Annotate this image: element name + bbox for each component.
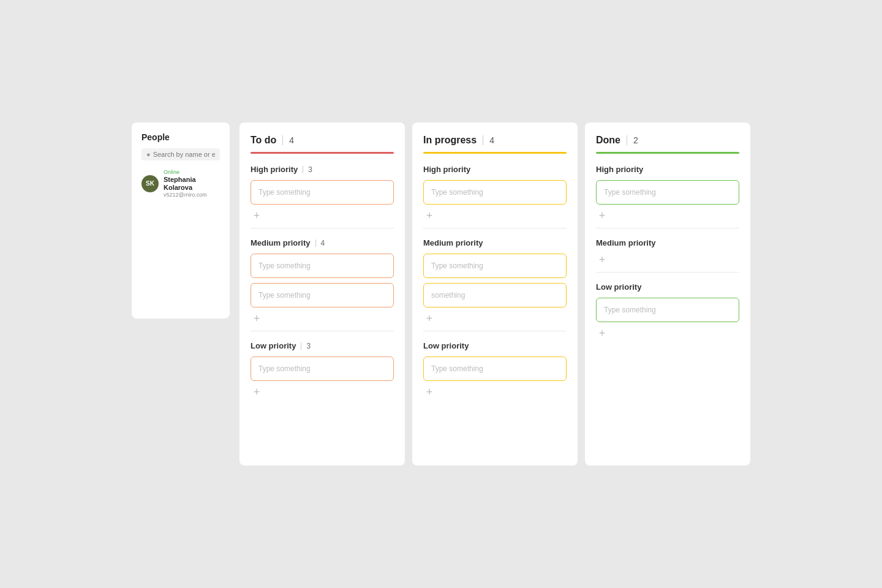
card-done-2-0[interactable]: Type something xyxy=(596,298,739,322)
section-separator-todo-1 xyxy=(251,331,394,331)
user-item: SK Online Stephania Kolarova v5212@miro.… xyxy=(141,169,220,198)
workspace: People ● SK Online Stephania Kolarova v5… xyxy=(117,108,765,480)
column-title-done: Done xyxy=(596,135,620,146)
kanban-board: To do4High priority3Type something+Mediu… xyxy=(239,123,750,466)
avatar: SK xyxy=(141,175,159,192)
sidebar-title: People xyxy=(141,132,220,142)
people-sidebar: People ● SK Online Stephania Kolarova v5… xyxy=(132,123,230,318)
add-card-btn-inprogress-0[interactable]: + xyxy=(423,209,435,222)
add-card-btn-inprogress-2[interactable]: + xyxy=(423,386,435,398)
priority-count-todo-1: 4 xyxy=(321,239,325,247)
section-inprogress-2: Low priorityType something+ xyxy=(423,341,567,398)
priority-title-done-0: High priority xyxy=(596,165,643,174)
column-count-inprogress: 4 xyxy=(489,135,494,145)
avatar-initials: SK xyxy=(146,180,154,187)
priority-title-todo-0: High priority xyxy=(251,165,298,174)
section-todo-0: High priority3Type something+ xyxy=(251,165,394,228)
priority-divider-todo-2 xyxy=(301,342,301,350)
priority-count-todo-2: 3 xyxy=(306,342,311,350)
section-inprogress-1: Medium priorityType somethingsomething+ xyxy=(423,238,567,331)
priority-header-inprogress-1: Medium priority xyxy=(423,238,567,247)
priority-header-done-1: Medium priority xyxy=(596,238,739,247)
section-separator-todo-0 xyxy=(251,228,394,228)
priority-divider-todo-1 xyxy=(315,239,316,247)
add-card-btn-done-2[interactable]: + xyxy=(596,327,608,339)
column-done: Done2High priorityType something+Medium … xyxy=(585,123,750,466)
column-header-inprogress: In progress4 xyxy=(423,135,567,146)
priority-header-inprogress-2: Low priority xyxy=(423,341,567,350)
column-header-divider-inprogress xyxy=(483,135,483,145)
priority-header-inprogress-0: High priority xyxy=(423,165,567,174)
column-header-todo: To do4 xyxy=(251,135,394,146)
add-card-btn-todo-0[interactable]: + xyxy=(251,209,263,222)
card-todo-1-1[interactable]: Type something xyxy=(251,283,394,307)
user-info: Online Stephania Kolarova v5212@miro.com xyxy=(164,169,220,198)
section-separator-done-1 xyxy=(596,272,739,273)
priority-header-todo-2: Low priority3 xyxy=(251,341,394,350)
section-done-0: High priorityType something+ xyxy=(596,165,739,228)
priority-title-todo-1: Medium priority xyxy=(251,238,311,247)
add-card-btn-todo-2[interactable]: + xyxy=(251,386,263,398)
priority-header-done-2: Low priority xyxy=(596,282,739,292)
column-header-done: Done2 xyxy=(596,135,739,146)
column-count-done: 2 xyxy=(633,135,638,145)
column-line-todo xyxy=(251,152,394,154)
column-title-todo: To do xyxy=(251,135,276,146)
search-icon: ● xyxy=(146,151,151,158)
card-todo-0-0[interactable]: Type something xyxy=(251,180,394,205)
priority-title-done-2: Low priority xyxy=(596,282,641,292)
column-title-inprogress: In progress xyxy=(423,135,477,146)
section-todo-2: Low priority3Type something+ xyxy=(251,341,394,398)
card-inprogress-2-0[interactable]: Type something xyxy=(423,356,567,381)
column-count-todo: 4 xyxy=(289,135,294,145)
priority-title-inprogress-0: High priority xyxy=(423,165,470,174)
section-separator-inprogress-1 xyxy=(423,331,567,331)
add-card-btn-todo-1[interactable]: + xyxy=(251,312,263,325)
priority-header-todo-1: Medium priority4 xyxy=(251,238,394,247)
column-todo: To do4High priority3Type something+Mediu… xyxy=(239,123,405,466)
section-inprogress-0: High priorityType something+ xyxy=(423,165,567,228)
card-todo-2-0[interactable]: Type something xyxy=(251,356,394,381)
column-header-divider-todo xyxy=(282,135,283,145)
card-inprogress-0-0[interactable]: Type something xyxy=(423,180,567,205)
priority-title-inprogress-2: Low priority xyxy=(423,341,469,350)
priority-header-done-0: High priority xyxy=(596,165,739,174)
add-card-btn-done-1[interactable]: + xyxy=(596,254,608,266)
priority-title-todo-2: Low priority xyxy=(251,341,296,350)
column-inprogress: In progress4High priorityType something+… xyxy=(412,123,578,466)
card-inprogress-1-1[interactable]: something xyxy=(423,283,567,307)
section-separator-done-0 xyxy=(596,228,739,228)
search-input[interactable] xyxy=(153,151,215,158)
section-done-1: Medium priority+ xyxy=(596,238,739,273)
column-line-inprogress xyxy=(423,152,567,154)
priority-count-todo-0: 3 xyxy=(308,165,312,174)
card-todo-1-0[interactable]: Type something xyxy=(251,254,394,278)
user-name: Stephania Kolarova xyxy=(164,176,220,192)
column-line-done xyxy=(596,152,739,154)
online-status: Online xyxy=(164,169,220,175)
add-card-btn-inprogress-1[interactable]: + xyxy=(423,312,435,325)
search-box[interactable]: ● xyxy=(141,148,220,160)
section-separator-inprogress-0 xyxy=(423,228,567,228)
add-card-btn-done-0[interactable]: + xyxy=(596,209,608,222)
card-inprogress-1-0[interactable]: Type something xyxy=(423,254,567,278)
priority-title-done-1: Medium priority xyxy=(596,238,656,247)
priority-title-inprogress-1: Medium priority xyxy=(423,238,483,247)
priority-header-todo-0: High priority3 xyxy=(251,165,394,174)
priority-divider-todo-0 xyxy=(303,166,303,173)
card-done-0-0[interactable]: Type something xyxy=(596,180,739,205)
section-todo-1: Medium priority4Type somethingType somet… xyxy=(251,238,394,331)
user-email: v5212@miro.com xyxy=(164,192,220,198)
section-done-2: Low priorityType something+ xyxy=(596,282,739,339)
column-header-divider-done xyxy=(627,135,627,145)
